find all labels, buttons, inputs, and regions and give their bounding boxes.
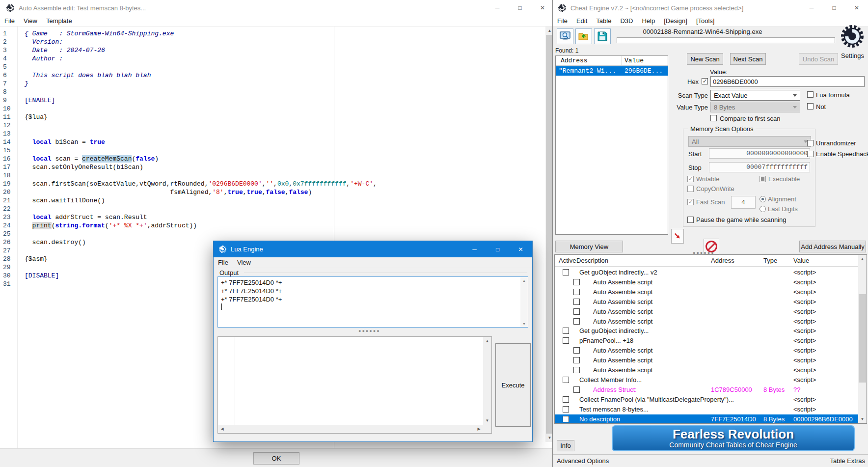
splitter-handle[interactable]: ●●●●●● <box>693 252 715 254</box>
found-row[interactable]: "Remnant2-Wi... 296B6DE... <box>556 66 668 76</box>
scrollbar-thumb[interactable] <box>859 294 866 383</box>
fast-scan-value-input[interactable] <box>731 196 756 209</box>
minimize-icon[interactable]: ─ <box>800 0 823 16</box>
column-divider[interactable] <box>622 56 622 65</box>
lua-output-box[interactable]: +* 7FF7E25014D0 *++* 7FF7E25014D0 *++* 7… <box>217 276 528 328</box>
maximize-icon[interactable]: □ <box>823 0 845 16</box>
address-table-scrollbar[interactable]: ▲ ▼ <box>858 255 867 423</box>
undo-scan-button[interactable]: Undo Scan <box>799 53 838 65</box>
scroll-left-icon[interactable]: ◀ <box>218 425 226 433</box>
fearless-revolution-banner[interactable]: Fearless Revolution Community Cheat Tabl… <box>612 425 855 451</box>
info-button[interactable]: Info <box>557 440 574 451</box>
table-row[interactable]: Address Struct:1C789C500008 Bytes?? <box>555 385 858 395</box>
aa-menu-file[interactable]: File <box>0 16 19 26</box>
maximize-icon[interactable]: □ <box>486 241 509 257</box>
table-extras-link[interactable]: Table Extras <box>830 457 865 465</box>
address-table[interactable]: Active Description Address Type Value Ge… <box>554 254 867 424</box>
scroll-up-icon[interactable]: ▲ <box>483 337 491 345</box>
row-active-checkbox[interactable] <box>573 318 580 325</box>
row-active-checkbox[interactable] <box>563 337 569 344</box>
table-row[interactable]: No description7FF7E25014D08 Bytes0000029… <box>555 414 858 424</box>
executable-checkbox[interactable] <box>760 176 766 182</box>
row-active-checkbox[interactable] <box>563 406 569 412</box>
lua-script-input[interactable]: ▲ ▼ ◀ ▶ <box>217 336 492 434</box>
table-row[interactable]: pFnamePool... +18<script> <box>555 336 858 346</box>
enable-speedhack-checkbox[interactable] <box>807 151 814 157</box>
row-active-checkbox[interactable] <box>573 386 580 393</box>
ce-menu-file[interactable]: File <box>553 16 572 26</box>
table-row[interactable]: Collect Member Info...<script> <box>555 375 858 385</box>
row-active-checkbox[interactable] <box>573 367 580 373</box>
ce-menu-help[interactable]: Help <box>637 16 659 26</box>
close-icon[interactable]: ✕ <box>531 0 554 16</box>
row-active-checkbox[interactable] <box>573 308 580 315</box>
table-row[interactable]: Auto Assemble script<script> <box>555 365 858 375</box>
pause-game-checkbox[interactable] <box>687 217 694 223</box>
hex-checkbox[interactable]: ✓ <box>702 78 708 84</box>
value-type-dropdown[interactable]: 8 Bytes <box>710 102 800 112</box>
copyonwrite-checkbox[interactable] <box>687 186 694 192</box>
advanced-options-link[interactable]: Advanced Options <box>557 457 609 465</box>
add-selected-address-button[interactable] <box>671 229 684 244</box>
scan-type-dropdown[interactable]: Exact Value <box>710 90 800 101</box>
table-row[interactable]: Get guObject indirectly... v2<script> <box>555 268 858 277</box>
script-v-scrollbar[interactable]: ▲ ▼ <box>483 337 491 425</box>
found-list[interactable]: Address Value "Remnant2-Wi... 296B6DE... <box>555 55 668 235</box>
row-active-checkbox[interactable] <box>573 357 580 363</box>
row-active-checkbox[interactable] <box>563 269 569 275</box>
save-table-button[interactable] <box>594 28 611 44</box>
row-active-checkbox[interactable] <box>563 328 569 334</box>
row-active-checkbox[interactable] <box>573 347 580 354</box>
row-active-checkbox[interactable] <box>563 377 569 383</box>
row-active-checkbox[interactable] <box>563 416 569 422</box>
table-row[interactable]: Auto Assemble script<script> <box>555 317 858 327</box>
ce-menu-table[interactable]: Table <box>592 16 616 26</box>
table-row[interactable]: Test memscan 8-bytes...<script> <box>555 405 858 414</box>
ce-menu-edit[interactable]: Edit <box>572 16 592 26</box>
select-process-button[interactable] <box>557 28 573 44</box>
cheat-engine-logo[interactable] <box>840 23 865 50</box>
script-h-scrollbar[interactable]: ◀ ▶ <box>218 425 483 433</box>
aa-menu-view[interactable]: View <box>19 16 42 26</box>
value-input[interactable] <box>710 76 865 87</box>
scroll-down-icon[interactable]: ▼ <box>858 415 867 423</box>
output-scrollbar[interactable]: ▲ ▼ <box>520 277 528 327</box>
ok-button[interactable]: OK <box>253 452 299 465</box>
scroll-right-icon[interactable]: ▶ <box>475 425 483 433</box>
next-scan-button[interactable]: Next Scan <box>730 53 766 65</box>
writable-checkbox[interactable]: ✓ <box>687 176 694 182</box>
minimize-icon[interactable]: ─ <box>463 241 486 257</box>
row-active-checkbox[interactable] <box>563 396 569 403</box>
new-scan-button[interactable]: New Scan <box>687 53 723 65</box>
lua-menu-file[interactable]: File <box>214 258 233 267</box>
table-row[interactable]: Collect FnamePool (via "MulticastDelegat… <box>555 395 858 405</box>
table-row[interactable]: Auto Assemble script<script> <box>555 287 858 297</box>
splitter-handle[interactable]: ●●●●●● <box>358 330 380 332</box>
scroll-up-icon[interactable]: ▲ <box>520 277 528 284</box>
table-row[interactable]: Auto Assemble script<script> <box>555 297 858 307</box>
start-input[interactable] <box>709 148 810 159</box>
scroll-down-icon[interactable]: ▼ <box>520 320 528 327</box>
last-digits-radio[interactable] <box>760 206 766 212</box>
ce-menu-d3d[interactable]: D3D <box>616 16 637 26</box>
alignment-radio[interactable] <box>760 196 766 202</box>
table-row[interactable]: Auto Assemble script<script> <box>555 277 858 287</box>
close-icon[interactable]: ✕ <box>509 241 532 257</box>
table-row[interactable]: Auto Assemble script<script> <box>555 356 858 365</box>
lua-formula-checkbox[interactable] <box>807 91 814 98</box>
unrandomizer-checkbox[interactable] <box>807 140 814 146</box>
execute-button[interactable]: Execute <box>495 343 531 427</box>
row-active-checkbox[interactable] <box>573 299 580 305</box>
scroll-up-icon[interactable]: ▲ <box>858 255 867 263</box>
close-icon[interactable]: ✕ <box>845 0 868 16</box>
ce-menu-tools[interactable]: [Tools] <box>692 16 719 26</box>
aa-menu-template[interactable]: Template <box>42 16 77 26</box>
table-row[interactable]: Auto Assemble script<script> <box>555 346 858 356</box>
minimize-icon[interactable]: ─ <box>486 0 509 16</box>
settings-link[interactable]: Settings <box>841 52 864 59</box>
maximize-icon[interactable]: □ <box>509 0 531 16</box>
fast-scan-checkbox[interactable]: ✓ <box>687 199 694 205</box>
add-address-manually-button[interactable]: Add Address Manually <box>799 241 866 252</box>
lua-menu-view[interactable]: View <box>233 258 255 267</box>
ce-menu-design[interactable]: [Design] <box>659 16 692 26</box>
